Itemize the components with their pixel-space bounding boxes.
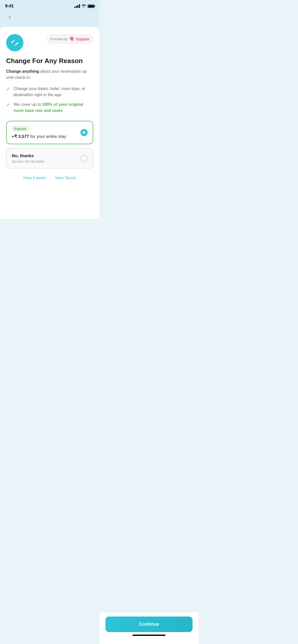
signal-icon xyxy=(74,4,80,8)
link-divider xyxy=(51,176,51,180)
feature-text-1: Change your dates, hotel, room type, or … xyxy=(13,86,93,98)
features-list: ✓ Change your dates, hotel, room type, o… xyxy=(6,86,93,114)
main-content: Provided by hopper Change For Any Reason xyxy=(0,27,99,219)
status-bar: 9:41 xyxy=(0,0,99,11)
decline-option-card[interactable]: No, thanks Decline this flexibility xyxy=(6,148,93,169)
feature-item-1: ✓ Change your dates, hotel, room type, o… xyxy=(6,86,93,98)
check-icon-2: ✓ xyxy=(6,102,10,108)
radio-inner xyxy=(83,131,85,134)
price-amount: +₹ 3,577 xyxy=(12,134,29,139)
back-arrow-icon: ‹ xyxy=(9,14,10,21)
decline-radio[interactable] xyxy=(80,155,88,162)
option-price: +₹ 3,577 for your entire stay xyxy=(12,134,66,139)
status-time: 9:41 xyxy=(5,4,14,9)
change-reason-icon xyxy=(6,34,23,51)
status-icons xyxy=(74,4,94,8)
decline-subtitle: Decline this flexibility xyxy=(12,159,45,164)
popular-badge: Popular xyxy=(12,126,29,132)
popular-option-content: Popular +₹ 3,577 for your entire stay xyxy=(12,126,66,139)
provided-by-label: Provided by xyxy=(50,37,68,41)
description: Change anything about your reservation u… xyxy=(6,68,93,81)
description-bold: Change anything xyxy=(6,69,39,74)
popular-radio[interactable] xyxy=(80,129,88,136)
page-title: Change For Any Reason xyxy=(6,57,93,65)
hopper-bunny-icon xyxy=(69,36,75,42)
svg-point-0 xyxy=(10,38,20,48)
back-button[interactable]: ‹ xyxy=(5,13,14,22)
top-row: Provided by hopper xyxy=(6,34,93,51)
price-suffix: for your entire stay xyxy=(29,134,66,139)
header: ‹ xyxy=(0,11,99,27)
check-icon-1: ✓ xyxy=(6,86,10,92)
battery-icon xyxy=(88,5,94,8)
svg-point-1 xyxy=(71,38,74,41)
provided-by-badge: Provided by hopper xyxy=(47,34,93,44)
decline-option-content: No, thanks Decline this flexibility xyxy=(12,153,45,164)
hopper-logo: hopper xyxy=(69,36,90,42)
svg-point-2 xyxy=(71,39,72,39)
how-it-works-link[interactable]: How it works xyxy=(23,176,47,180)
popular-option-card[interactable]: Popular +₹ 3,577 for your entire stay xyxy=(6,121,93,144)
links-row: How it works View Terms xyxy=(6,176,93,180)
wifi-icon xyxy=(82,4,86,8)
feature-item-2: ✓ We cover up to 100% of your original r… xyxy=(6,101,93,114)
decline-title: No, thanks xyxy=(12,153,45,158)
feature-text-2: We cover up to 100% of your original roo… xyxy=(13,101,93,114)
highlight-text: 100% of your original room base rate and… xyxy=(13,102,83,113)
hopper-brand-text: hopper xyxy=(76,37,90,41)
svg-point-3 xyxy=(72,39,73,39)
view-terms-link[interactable]: View Terms xyxy=(55,176,76,180)
